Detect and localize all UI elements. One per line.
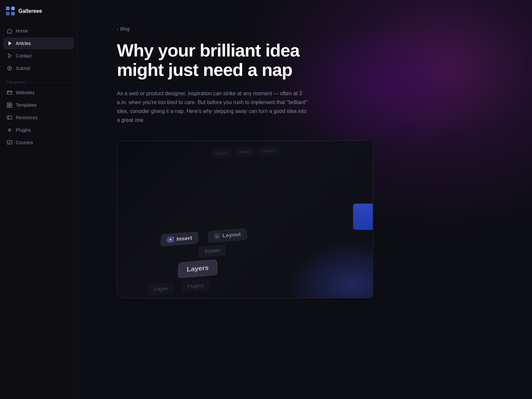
article-image: Layers Pages Assets + Insert [117, 141, 373, 298]
categories-label: Categories [3, 80, 74, 84]
svg-rect-10 [7, 105, 9, 107]
articles-icon [7, 40, 12, 46]
svg-rect-15 [7, 141, 12, 144]
templates-icon [7, 102, 12, 108]
sidebar-item-plugins[interactable]: Plugins [3, 124, 74, 136]
sidebar-label-courses: Courses [16, 140, 33, 145]
resources-icon [7, 115, 12, 121]
sidebar-item-home[interactable]: Home [3, 25, 74, 37]
tablet-ui: + Insert Layout [126, 221, 365, 297]
categories-nav: Websites Templates Resources [0, 87, 77, 148]
breadcrumb-link[interactable]: Blog [120, 26, 129, 32]
article-wrapper: ‹ Blog Why your brilliant idea might jus… [78, 0, 373, 318]
app-name: Gallereee [18, 8, 42, 14]
sidebar-label-websites: Websites [16, 90, 34, 95]
sidebar-label-articles: Articles [16, 41, 31, 46]
sidebar-label-resources: Resources [16, 115, 38, 120]
top-btn-1: Layers [211, 148, 232, 158]
layout-btn: Layout [208, 228, 247, 242]
svg-rect-9 [10, 103, 12, 105]
svg-rect-8 [7, 103, 9, 105]
sidebar: Gallereee Home Articles [0, 0, 78, 399]
main-nav: Home Articles Contact [0, 25, 77, 74]
top-btn-3: Assets [258, 146, 279, 156]
sidebar-item-articles[interactable]: Articles [3, 37, 74, 49]
logo-icon [6, 7, 15, 16]
blue-accent [353, 204, 373, 230]
websites-icon [7, 90, 12, 96]
svg-marker-0 [9, 41, 11, 45]
sidebar-item-websites[interactable]: Websites [3, 87, 74, 99]
sidebar-item-resources[interactable]: Resources [3, 112, 74, 123]
sidebar-item-submit[interactable]: Submit [3, 62, 74, 74]
plugins-btn: Plugins [182, 279, 209, 293]
sidebar-label-submit: Submit [16, 66, 30, 71]
top-btn-2: Pages [235, 147, 255, 157]
app-logo[interactable]: Gallereee [0, 0, 77, 22]
pages-btn: Pages [148, 282, 174, 296]
device-mockup: Layers Pages Assets + Insert [117, 141, 373, 298]
sidebar-item-templates[interactable]: Templates [3, 99, 74, 111]
submit-icon [7, 65, 12, 71]
insert-plus-icon: + [167, 236, 174, 243]
sidebar-label-contact: Contact [16, 53, 32, 58]
layers-btn: Layers [178, 259, 217, 278]
sidebar-label-plugins: Plugins [16, 127, 31, 133]
courses-icon [7, 140, 12, 145]
svg-rect-11 [10, 105, 12, 107]
plugins-icon [7, 127, 12, 133]
breadcrumb-arrow: ‹ [117, 27, 118, 32]
sidebar-label-templates: Templates [16, 102, 37, 108]
breadcrumb: ‹ Blog [117, 26, 340, 32]
svg-rect-12 [7, 116, 12, 119]
svg-marker-1 [9, 54, 11, 58]
sidebar-label-home: Home [16, 28, 28, 33]
assets-btn: Assets [199, 245, 226, 257]
svg-rect-5 [7, 91, 12, 94]
insert-btn: + Insert [160, 232, 198, 246]
article-title: Why your brilliant idea might just need … [117, 41, 340, 80]
sidebar-item-contact[interactable]: Contact [3, 50, 74, 62]
article-excerpt: As a web or product designer, inspiratio… [117, 89, 307, 125]
main-content: ‹ Blog Why your brilliant idea might jus… [78, 0, 532, 399]
svg-point-14 [9, 129, 11, 131]
sidebar-item-courses[interactable]: Courses [3, 137, 74, 148]
home-icon [7, 28, 12, 34]
contact-icon [7, 53, 12, 59]
